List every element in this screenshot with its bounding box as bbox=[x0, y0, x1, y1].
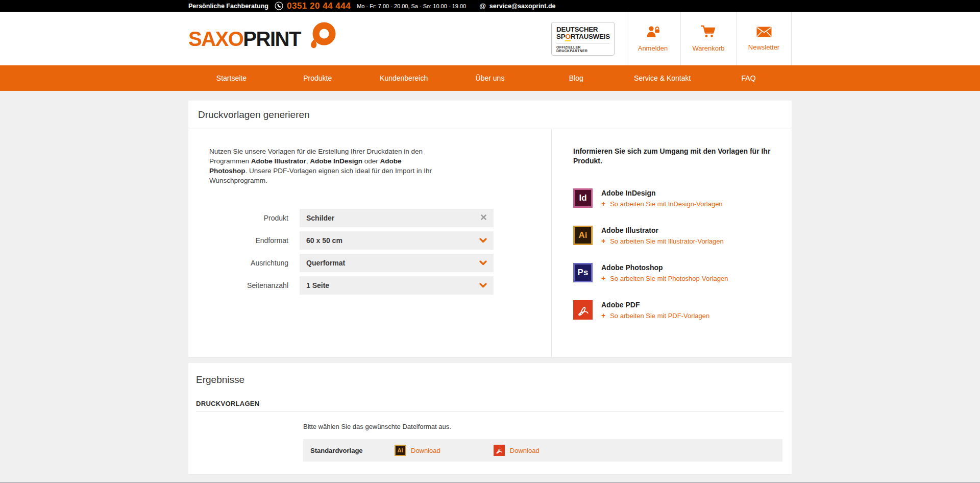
info-item-title: Adobe Illustrator bbox=[601, 226, 724, 234]
template-form: Produkt Schilder Endformat 60 x 50 cm bbox=[209, 209, 551, 295]
druckvorlagen-section-label: DRUCKVORLAGEN bbox=[196, 400, 783, 412]
plus-icon: + bbox=[601, 200, 605, 208]
user-lock-icon bbox=[646, 25, 660, 40]
info-item-indesign: Id Adobe InDesign +So arbeiten Sie mit I… bbox=[573, 188, 792, 208]
download-pdf-link[interactable]: Download bbox=[510, 447, 540, 454]
badge-ring-o: O bbox=[565, 33, 570, 41]
nav-item-blog[interactable]: Blog bbox=[533, 65, 619, 91]
chevron-down-icon bbox=[479, 281, 487, 289]
info-column: Informieren Sie sich zum Umgang mit den … bbox=[551, 129, 792, 357]
saxoprint-logo[interactable]: SAXOPRINT bbox=[188, 12, 336, 65]
phone-icon bbox=[275, 2, 283, 10]
download-pdf-group: Download bbox=[494, 445, 540, 456]
template-name: Standardvorlage bbox=[310, 447, 395, 454]
main-content: Druckvorlagen generieren Nutzen Sie unse… bbox=[188, 101, 792, 474]
topbar: Persönliche Fachberatung 0351 20 44 444 … bbox=[0, 0, 980, 12]
results-card: Ergebnisse DRUCKVORLAGEN Bitte wählen Si… bbox=[188, 363, 792, 474]
ausrichtung-label: Ausrichtung bbox=[209, 259, 288, 267]
cart-label: Warenkorb bbox=[692, 44, 724, 52]
info-item-pdf: Adobe PDF +So arbeiten Sie mit PDF-Vorla… bbox=[573, 300, 792, 320]
info-item-photoshop: Ps Adobe Photoshop +So arbeiten Sie mit … bbox=[573, 263, 792, 282]
download-ai-group: Ai Download bbox=[395, 445, 440, 456]
pdf-file-icon bbox=[494, 445, 505, 456]
nav-item-faq[interactable]: FAQ bbox=[705, 65, 792, 91]
badge-line2: SPORTAUSWEIS bbox=[556, 33, 609, 40]
endformat-label: Endformat bbox=[209, 236, 288, 245]
form-row-ausrichtung: Ausrichtung Querformat bbox=[209, 254, 551, 272]
info-list: Id Adobe InDesign +So arbeiten Sie mit I… bbox=[573, 188, 792, 320]
newsletter-label: Newsletter bbox=[748, 43, 779, 51]
nav-item-produkte[interactable]: Produkte bbox=[275, 65, 361, 91]
badge-divider bbox=[556, 43, 609, 43]
ausrichtung-value: Querformat bbox=[306, 259, 345, 267]
produkt-select[interactable]: Schilder bbox=[300, 209, 494, 227]
chevron-down-icon bbox=[479, 236, 487, 245]
topbar-label: Persönliche Fachberatung bbox=[188, 3, 268, 10]
results-title: Ergebnisse bbox=[188, 363, 792, 385]
info-item-title: Adobe PDF bbox=[601, 301, 709, 309]
nav-item-kundenbereich[interactable]: Kundenbereich bbox=[361, 65, 447, 91]
seitenanzahl-select[interactable]: 1 Seite bbox=[300, 276, 494, 295]
nav-item-startseite[interactable]: Startseite bbox=[188, 65, 275, 91]
illustrator-templates-link[interactable]: +So arbeiten Sie mit Illustrator-Vorlage… bbox=[601, 237, 724, 245]
info-item-title: Adobe Photoshop bbox=[601, 263, 728, 272]
info-heading: Informieren Sie sich zum Umgang mit den … bbox=[573, 147, 773, 166]
indesign-icon: Id bbox=[573, 188, 593, 208]
cart-button[interactable]: Warenkorb bbox=[680, 12, 736, 65]
service-email-link[interactable]: service@saxoprint.de bbox=[489, 3, 556, 10]
produkt-value: Schilder bbox=[306, 214, 334, 222]
page-title: Druckvorlagen generieren bbox=[188, 101, 792, 129]
logo-text: SAXOPRINT bbox=[188, 29, 301, 49]
nav-item-service-kontakt[interactable]: Service & Kontakt bbox=[619, 65, 705, 91]
badge-line1: DEUTSCHER bbox=[556, 26, 609, 33]
at-icon: @ bbox=[479, 2, 486, 10]
endformat-select[interactable]: 60 x 50 cm bbox=[300, 231, 494, 250]
info-item-title: Adobe InDesign bbox=[601, 189, 723, 197]
main-navigation: Startseite Produkte Kundenbereich Über u… bbox=[0, 65, 980, 91]
header-spacer bbox=[336, 12, 551, 65]
generator-form-column: Nutzen Sie unsere Vorlagen für die Erste… bbox=[188, 129, 551, 357]
form-row-endformat: Endformat 60 x 50 cm bbox=[209, 231, 551, 250]
pdf-templates-link[interactable]: +So arbeiten Sie mit PDF-Vorlagen bbox=[601, 312, 709, 320]
indesign-templates-link[interactable]: +So arbeiten Sie mit InDesign-Vorlagen bbox=[601, 200, 723, 208]
cart-icon bbox=[701, 25, 716, 40]
seitenanzahl-label: Seitenanzahl bbox=[209, 281, 288, 289]
nav-item-ueber-uns[interactable]: Über uns bbox=[447, 65, 533, 91]
generator-card: Druckvorlagen generieren Nutzen Sie unse… bbox=[188, 101, 792, 357]
badge-line3: OFFIZIELLER DRUCKPARTNER bbox=[556, 45, 609, 53]
envelope-icon bbox=[756, 27, 772, 39]
clear-icon[interactable] bbox=[480, 214, 487, 222]
form-row-produkt: Produkt Schilder bbox=[209, 209, 551, 227]
header: SAXOPRINT DEUTSCHER SPORTAUSWEIS OFFIZIE… bbox=[0, 12, 980, 65]
logo-drop-icon bbox=[304, 21, 336, 54]
login-label: Anmelden bbox=[638, 44, 668, 52]
phone-number[interactable]: 0351 20 44 444 bbox=[287, 1, 351, 11]
sportausweis-badge: DEUTSCHER SPORTAUSWEIS OFFIZIELLER DRUCK… bbox=[551, 22, 615, 56]
illustrator-file-icon: Ai bbox=[395, 445, 406, 456]
photoshop-templates-link[interactable]: +So arbeiten Sie mit Photoshop-Vorlagen bbox=[601, 275, 728, 282]
opening-hours: Mo - Fr: 7.00 - 20.00, Sa - So: 10.00 - … bbox=[357, 3, 466, 9]
download-ai-link[interactable]: Download bbox=[411, 447, 440, 454]
newsletter-button[interactable]: Newsletter bbox=[736, 12, 792, 65]
form-row-seitenanzahl: Seitenanzahl 1 Seite bbox=[209, 276, 551, 295]
acrobat-pdf-icon bbox=[573, 300, 593, 320]
plus-icon: + bbox=[601, 237, 605, 245]
format-hint: Bitte wählen Sie das gewünschte Dateifor… bbox=[303, 423, 782, 430]
plus-icon: + bbox=[601, 312, 605, 320]
plus-icon: + bbox=[601, 275, 605, 282]
intro-text: Nutzen Sie unsere Vorlagen für die Erste… bbox=[209, 147, 432, 185]
produkt-label: Produkt bbox=[209, 214, 288, 222]
ausrichtung-select[interactable]: Querformat bbox=[300, 254, 494, 272]
seitenanzahl-value: 1 Seite bbox=[306, 281, 329, 289]
login-button[interactable]: Anmelden bbox=[625, 12, 680, 65]
info-item-illustrator: Ai Adobe Illustrator +So arbeiten Sie mi… bbox=[573, 226, 792, 245]
endformat-value: 60 x 50 cm bbox=[306, 236, 342, 245]
photoshop-icon: Ps bbox=[573, 263, 593, 282]
chevron-down-icon bbox=[479, 259, 487, 267]
table-row: Standardvorlage Ai Download Download bbox=[303, 439, 782, 462]
illustrator-icon: Ai bbox=[573, 226, 593, 245]
